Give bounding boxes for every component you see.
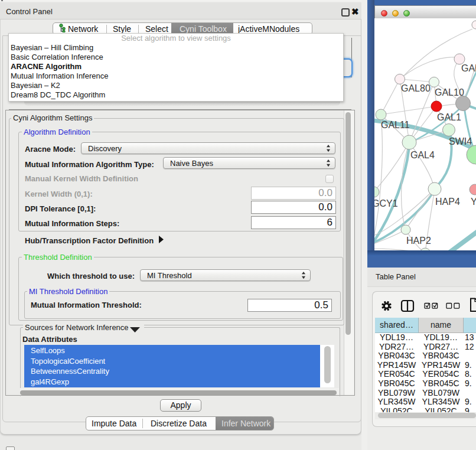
svg-text:GAL11: GAL11 [381, 120, 410, 130]
svg-text:GAL: GAL [461, 63, 476, 73]
svg-text:GAL4: GAL4 [410, 150, 435, 160]
svg-text:HAP2: HAP2 [406, 236, 431, 246]
svg-text:GAL1: GAL1 [437, 112, 461, 122]
svg-text:GAL80: GAL80 [401, 83, 431, 93]
svg-text:HAP4: HAP4 [435, 197, 460, 207]
svg-text:YJ: YJ [471, 197, 476, 207]
svg-text:SWI4: SWI4 [449, 136, 472, 146]
svg-text:GCY1: GCY1 [374, 198, 398, 208]
svg-text:GAL10: GAL10 [435, 87, 464, 97]
